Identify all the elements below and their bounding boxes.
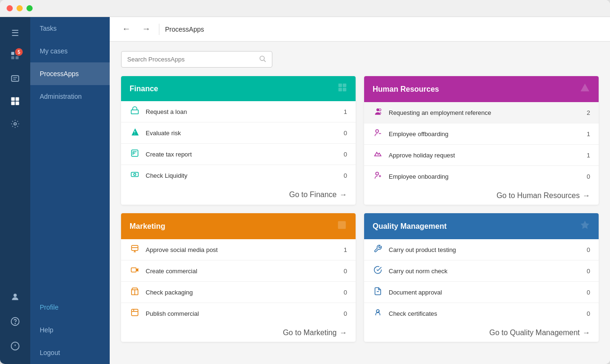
liquidity-label: Check Liquidity — [146, 172, 334, 179]
nav-processapps[interactable]: ProcessApps — [30, 62, 110, 85]
tasks-icon[interactable]: 5 — [5, 45, 26, 66]
admin-icon[interactable] — [5, 113, 26, 134]
nav-mycases[interactable]: My cases — [30, 40, 110, 62]
finance-goto[interactable]: Go to Finance → — [121, 186, 356, 204]
svg-rect-38 — [338, 221, 346, 229]
docapproval-count: 0 — [583, 289, 590, 296]
testing-label: Carry out product testing — [389, 246, 577, 253]
table-row[interactable]: Create tax report 0 — [121, 144, 356, 165]
table-row[interactable]: Document approval 0 — [364, 282, 599, 303]
marketing-goto[interactable]: Go to Marketing → — [121, 324, 356, 342]
quality-card: Quality Management Carry out product tes… — [364, 213, 599, 342]
table-row[interactable]: Check Liquidity 0 — [121, 165, 356, 186]
quality-items: Carry out product testing 0 Carry out no… — [364, 239, 599, 324]
forward-button[interactable]: → — [139, 22, 153, 36]
quality-goto-label: Go to Quality Management — [489, 329, 580, 337]
maximize-button[interactable] — [26, 5, 33, 11]
hamburger-icon[interactable]: ☰ — [5, 23, 26, 43]
marketing-goto-label: Go to Marketing — [283, 329, 337, 337]
nav-logout[interactable]: Logout — [30, 341, 110, 364]
cases-icon[interactable] — [5, 68, 26, 89]
finance-title: Finance — [130, 85, 158, 93]
table-row[interactable]: Employee onboarding 0 — [364, 166, 599, 187]
nav-profile[interactable]: Profile — [30, 296, 110, 319]
table-row[interactable]: Check packaging 0 — [121, 282, 356, 303]
liquidity-count: 0 — [340, 172, 347, 179]
svg-rect-10 — [16, 102, 19, 105]
table-row[interactable]: Carry out product testing 0 — [364, 239, 599, 260]
commercial-count: 0 — [340, 268, 347, 275]
back-button[interactable]: ← — [119, 22, 133, 36]
topbar-divider — [159, 24, 159, 35]
tax-label: Create tax report — [146, 151, 334, 158]
offboard-icon — [373, 129, 383, 139]
social-count: 1 — [340, 246, 347, 253]
svg-rect-47 — [131, 309, 138, 316]
svg-rect-3 — [16, 56, 18, 59]
search-bar — [121, 51, 272, 68]
svg-line-18 — [264, 60, 266, 62]
processapps-icon[interactable] — [5, 91, 26, 112]
marketing-header-icon — [337, 220, 347, 233]
quality-title: Quality Management — [373, 222, 446, 231]
risk-label: Evaluate risk — [146, 130, 334, 137]
holiday-count: 1 — [583, 152, 590, 159]
close-button[interactable] — [7, 5, 13, 11]
nav-administration[interactable]: Administration — [30, 85, 110, 108]
tax-icon — [130, 149, 140, 159]
commercial-icon — [130, 266, 140, 276]
table-row[interactable]: Requesting an employment reference 2 — [364, 102, 599, 123]
nav-help[interactable]: Help — [30, 319, 110, 341]
onboard-label: Employee onboarding — [389, 173, 577, 180]
help-sidebar-icon[interactable] — [5, 311, 26, 332]
publish-label: Publish commercial — [146, 310, 334, 317]
loan-icon — [130, 106, 140, 117]
svg-rect-7 — [11, 97, 15, 101]
svg-rect-28 — [131, 173, 139, 177]
table-row[interactable]: Approve social media post 1 — [121, 239, 356, 260]
table-row[interactable]: Create commercial 0 — [121, 260, 356, 282]
search-input[interactable] — [127, 56, 255, 63]
profile-sidebar-icon[interactable] — [5, 286, 26, 307]
table-row[interactable]: Check certificates 0 — [364, 303, 599, 324]
table-row[interactable]: Employee offboarding 1 — [364, 123, 599, 145]
topbar: ← → ProcessApps — [110, 17, 610, 42]
holiday-label: Approve holiday request — [389, 152, 577, 159]
table-row[interactable]: Request a loan 1 — [121, 101, 356, 122]
hr-header-icon — [580, 83, 590, 95]
quality-goto-arrow: → — [583, 329, 590, 337]
quality-card-header: Quality Management — [364, 213, 599, 239]
social-label: Approve social media post — [146, 246, 334, 253]
svg-rect-1 — [11, 56, 14, 59]
table-row[interactable]: Carry out norm check 0 — [364, 260, 599, 282]
hr-card-header: Human Resources — [364, 76, 599, 102]
liquidity-icon — [130, 170, 140, 181]
finance-card-header: Finance — [121, 76, 356, 101]
hr-goto-arrow: → — [583, 191, 590, 200]
quality-header-icon — [580, 220, 590, 233]
offboard-count: 1 — [583, 130, 590, 138]
risk-icon — [130, 128, 140, 138]
norm-label: Carry out norm check — [389, 268, 577, 275]
svg-point-35 — [376, 172, 379, 175]
finance-card: Finance Request a loan 1 — [121, 76, 356, 205]
hr-goto[interactable]: Go to Human Resources → — [364, 187, 599, 205]
table-row[interactable]: Evaluate risk 0 — [121, 122, 356, 144]
logout-sidebar-icon[interactable] — [5, 336, 26, 356]
holiday-icon — [373, 150, 383, 160]
svg-marker-50 — [581, 221, 589, 229]
svg-point-33 — [376, 130, 379, 132]
sidebar: ☰ 5 — [0, 17, 30, 364]
table-row[interactable]: Publish commercial 0 — [121, 303, 356, 324]
quality-goto[interactable]: Go to Quality Management → — [364, 324, 599, 342]
loan-count: 1 — [340, 108, 347, 115]
nav-tasks[interactable]: Tasks — [30, 17, 110, 40]
marketing-items: Approve social media post 1 Create comme… — [121, 239, 356, 324]
onboard-count: 0 — [583, 173, 590, 180]
packaging-count: 0 — [340, 289, 347, 296]
minimize-button[interactable] — [17, 5, 23, 11]
table-row[interactable]: Approve holiday request 1 — [364, 145, 599, 166]
packaging-icon — [130, 287, 140, 297]
search-bar-wrap — [121, 51, 599, 68]
packaging-label: Check packaging — [146, 289, 334, 296]
